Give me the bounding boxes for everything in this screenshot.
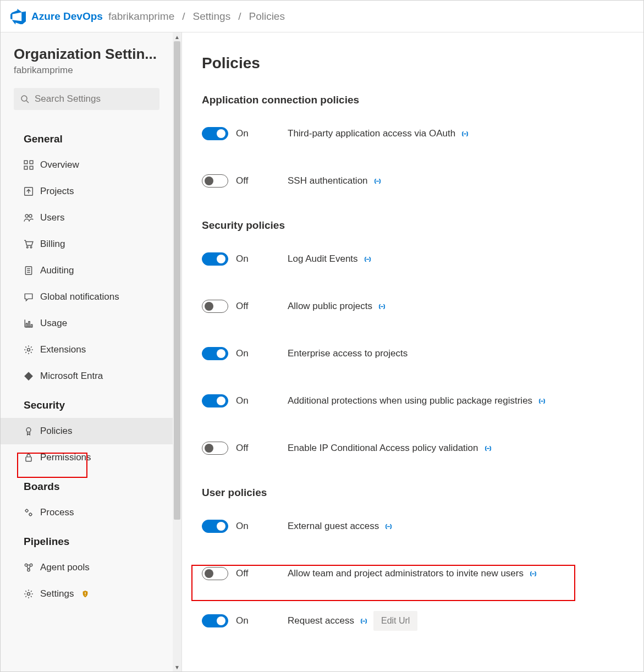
cart-icon — [24, 239, 34, 249]
toggle-public-projects[interactable] — [202, 300, 228, 313]
sidebar-item-agent-pools[interactable]: Agent pools — [1, 554, 173, 581]
policy-label: Additional protections when using public… — [288, 395, 532, 406]
svg-rect-2 — [24, 161, 27, 164]
toggle-ip-conditional[interactable] — [202, 442, 228, 455]
sidebar-item-projects[interactable]: Projects — [1, 178, 173, 205]
upload-icon — [24, 186, 34, 196]
policy-label: Enable IP Conditional Access policy vali… — [288, 443, 478, 454]
policy-oauth: On Third-party application access via OA… — [202, 118, 624, 149]
link-icon[interactable] — [364, 255, 372, 263]
policy-ip-conditional-access: Off Enable IP Conditional Access policy … — [202, 433, 624, 464]
toggle-invite-new-users[interactable] — [202, 567, 228, 580]
sidebar-group-security: Security — [1, 389, 173, 418]
sidebar-item-label: Agent pools — [40, 562, 90, 573]
search-icon — [20, 95, 29, 103]
azure-devops-logo-icon — [10, 9, 26, 24]
shield-warning-icon — [81, 590, 89, 598]
sidebar-item-label: Global notifications — [40, 291, 119, 302]
toggle-oauth[interactable] — [202, 127, 228, 140]
chart-icon — [24, 318, 34, 328]
policy-label: Log Audit Events — [288, 254, 358, 265]
svg-rect-3 — [30, 161, 33, 164]
toggle-enterprise-access[interactable] — [202, 347, 228, 360]
toggle-state-label: Off — [236, 175, 248, 186]
svg-rect-15 — [26, 323, 27, 327]
toggle-package-registries[interactable] — [202, 394, 228, 407]
scroll-down-icon[interactable]: ▼ — [173, 663, 181, 671]
sidebar-item-users[interactable]: Users — [1, 205, 173, 231]
toggle-state-label: On — [236, 615, 249, 626]
section-title: Application connection policies — [202, 94, 624, 106]
policy-request-access: On Request access Edit Url — [202, 605, 624, 636]
sidebar-item-pipeline-settings[interactable]: Settings — [1, 581, 173, 607]
policy-audit-events: On Log Audit Events — [202, 244, 624, 274]
link-icon[interactable] — [373, 177, 382, 185]
sidebar-item-global-notifications[interactable]: Global notifications — [1, 284, 173, 310]
gear-icon — [24, 345, 34, 355]
top-breadcrumb-bar: Azure DevOps fabrikamprime / Settings / … — [1, 1, 643, 32]
policy-public-projects: Off Allow public projects — [202, 291, 624, 322]
breadcrumb-sep: / — [238, 10, 241, 23]
svg-point-21 — [25, 509, 28, 512]
search-input[interactable] — [35, 93, 153, 104]
sidebar-title: Organization Settin... — [1, 46, 173, 65]
brand-label[interactable]: Azure DevOps — [31, 10, 103, 23]
grid-icon — [24, 160, 34, 170]
sidebar-item-billing[interactable]: Billing — [1, 231, 173, 257]
svg-point-18 — [27, 349, 30, 351]
sidebar-item-permissions[interactable]: Permissions — [1, 444, 173, 471]
svg-rect-16 — [29, 322, 30, 327]
svg-rect-4 — [24, 166, 27, 169]
sidebar-item-label: Process — [40, 507, 74, 518]
toggle-audit[interactable] — [202, 252, 228, 266]
link-icon[interactable] — [378, 302, 386, 311]
svg-point-8 — [29, 214, 32, 217]
sidebar-group-boards: Boards — [1, 471, 173, 499]
link-icon[interactable] — [529, 570, 537, 578]
policy-label: Allow team and project administrators to… — [288, 568, 524, 579]
policy-package-registries: On Additional protections when using pub… — [202, 385, 624, 416]
sidebar-item-label: Microsoft Entra — [40, 371, 103, 382]
toggle-external-guest[interactable] — [202, 520, 228, 533]
sidebar-item-entra[interactable]: Microsoft Entra — [1, 363, 173, 389]
svg-rect-17 — [31, 324, 32, 327]
sidebar-item-policies[interactable]: Policies — [1, 418, 173, 444]
toggle-state-label: On — [236, 521, 249, 532]
section-security: Security policies On Log Audit Events Of… — [202, 219, 624, 464]
diamond-icon — [24, 371, 34, 381]
comment-icon — [24, 292, 34, 302]
sidebar-item-process[interactable]: Process — [1, 499, 173, 526]
badge-icon — [24, 426, 34, 436]
policy-ssh: Off SSH authentication — [202, 166, 624, 196]
link-icon[interactable] — [384, 522, 393, 531]
sidebar-item-label: Users — [40, 212, 64, 223]
sidebar-item-label: Permissions — [40, 452, 91, 463]
sidebar-item-label: Auditing — [40, 265, 74, 276]
sidebar-item-usage[interactable]: Usage — [1, 310, 173, 337]
scroll-thumb[interactable] — [174, 41, 180, 520]
sidebar-item-auditing[interactable]: Auditing — [1, 257, 173, 284]
section-user: User policies On External guest access O… — [202, 487, 624, 636]
breadcrumb-org[interactable]: fabrikamprime — [108, 10, 174, 23]
toggle-state-label: Off — [236, 443, 248, 454]
toggle-state-label: On — [236, 348, 249, 359]
link-icon[interactable] — [461, 130, 469, 138]
sidebar: Organization Settin... fabrikamprime Gen… — [1, 32, 182, 671]
search-input-wrapper[interactable] — [14, 88, 159, 110]
toggle-ssh[interactable] — [202, 174, 228, 188]
edit-url-button[interactable]: Edit Url — [373, 611, 417, 631]
link-icon[interactable] — [360, 617, 368, 625]
users-icon — [24, 213, 34, 223]
toggle-request-access[interactable] — [202, 614, 228, 627]
sidebar-scrollbar[interactable]: ▲ ▼ — [173, 32, 181, 671]
breadcrumb-settings[interactable]: Settings — [193, 10, 231, 23]
sidebar-item-extensions[interactable]: Extensions — [1, 337, 173, 363]
sidebar-item-overview[interactable]: Overview — [1, 152, 173, 178]
scroll-up-icon[interactable]: ▲ — [173, 32, 181, 41]
link-icon[interactable] — [538, 397, 546, 405]
link-icon[interactable] — [484, 444, 492, 453]
sidebar-item-label: Extensions — [40, 344, 86, 355]
svg-point-19 — [26, 428, 31, 432]
breadcrumb-page[interactable]: Policies — [249, 10, 284, 23]
lock-icon — [24, 453, 34, 462]
